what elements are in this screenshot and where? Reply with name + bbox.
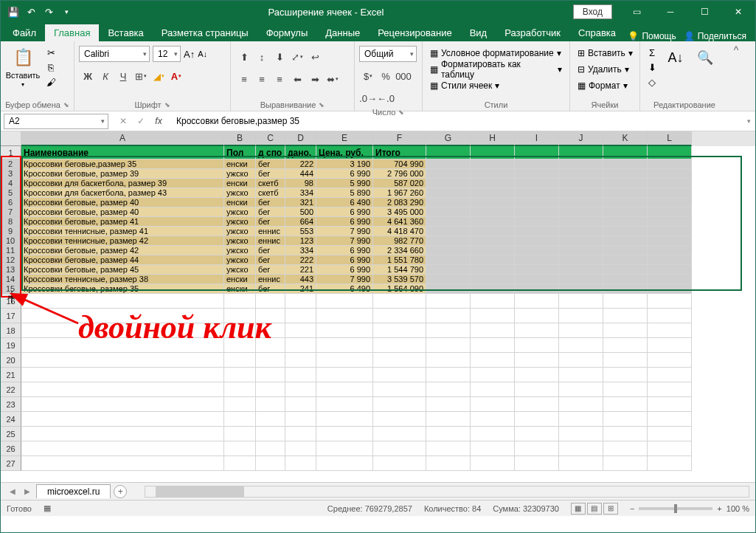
cell[interactable] (471, 441, 515, 456)
cell[interactable]: Наименование (21, 146, 224, 159)
page-break-view-icon[interactable]: ⊞ (603, 503, 618, 515)
cell[interactable]: ужско (224, 227, 256, 236)
cell[interactable] (603, 441, 648, 456)
cell[interactable] (373, 456, 426, 471)
cell[interactable] (559, 397, 603, 412)
cell[interactable] (316, 427, 373, 441)
column-header[interactable]: J (559, 131, 603, 146)
cell[interactable]: 6 990 (316, 169, 373, 179)
cell[interactable] (471, 323, 515, 338)
cell[interactable]: 241 (285, 284, 316, 294)
cell[interactable] (648, 198, 692, 207)
cell[interactable] (559, 146, 603, 159)
cell[interactable] (471, 159, 515, 169)
cell[interactable]: ужско (224, 207, 256, 217)
align-right-icon[interactable]: ≡ (271, 71, 288, 87)
cell[interactable] (515, 382, 559, 397)
cell[interactable] (471, 265, 515, 275)
indent-increase-icon[interactable]: ➡ (306, 71, 324, 87)
cell[interactable] (559, 368, 603, 382)
zoom-out-icon[interactable]: − (630, 504, 634, 513)
close-icon[interactable]: ✕ (721, 1, 755, 23)
cell[interactable]: скетб (256, 188, 285, 198)
cell[interactable] (603, 456, 648, 471)
cell[interactable] (471, 169, 515, 179)
cell[interactable]: 6 990 (316, 246, 373, 255)
increase-font-icon[interactable]: A↑ (184, 49, 195, 60)
cell[interactable]: енски (224, 159, 256, 169)
cell[interactable] (515, 207, 559, 217)
cell[interactable]: 3 190 (316, 159, 373, 169)
cell[interactable]: бег (256, 284, 285, 294)
cell[interactable] (316, 382, 373, 397)
cell[interactable] (285, 353, 316, 368)
cell[interactable] (256, 382, 285, 397)
cell[interactable] (426, 207, 471, 217)
cell[interactable] (515, 309, 559, 323)
cell[interactable]: 2 083 290 (373, 198, 426, 207)
cell[interactable] (515, 294, 559, 309)
cell[interactable] (559, 412, 603, 427)
currency-icon[interactable]: $ (359, 68, 377, 84)
cell[interactable]: 334 (285, 188, 316, 198)
cell[interactable]: 1 551 780 (373, 255, 426, 265)
cell[interactable] (426, 198, 471, 207)
cut-icon[interactable]: ✂ (44, 46, 58, 59)
cell[interactable] (426, 169, 471, 179)
name-box[interactable]: A2 (4, 114, 108, 129)
cell[interactable] (603, 188, 648, 198)
cell[interactable] (648, 456, 692, 471)
sheet-nav-prev-icon[interactable]: ◀ (7, 487, 18, 495)
redo-icon[interactable]: ↷ (41, 4, 57, 20)
cell[interactable] (426, 397, 471, 412)
cell[interactable] (471, 255, 515, 265)
cell[interactable] (426, 217, 471, 227)
cell[interactable] (648, 284, 692, 294)
cell[interactable] (21, 397, 224, 412)
cell[interactable] (21, 353, 224, 368)
cell[interactable] (426, 323, 471, 338)
tab-developer[interactable]: Разработчик (496, 24, 569, 41)
percent-icon[interactable]: % (377, 68, 395, 84)
cell[interactable] (285, 323, 316, 338)
cell[interactable] (648, 412, 692, 427)
cell[interactable]: Итого (373, 146, 426, 159)
row-header[interactable]: 6 (1, 198, 21, 207)
cell[interactable] (224, 441, 256, 456)
cell[interactable] (471, 427, 515, 441)
cell[interactable] (603, 246, 648, 255)
column-header[interactable]: G (426, 131, 471, 146)
cell[interactable] (426, 146, 471, 159)
cell[interactable]: еннис (256, 236, 285, 246)
cell[interactable]: 553 (285, 227, 316, 236)
cell[interactable] (603, 284, 648, 294)
cell[interactable] (515, 456, 559, 471)
cell[interactable]: 222 (285, 159, 316, 169)
row-header[interactable]: 24 (1, 412, 21, 427)
qat-dropdown-icon[interactable]: ▾ (58, 4, 74, 20)
cell[interactable] (373, 323, 426, 338)
bold-icon[interactable]: Ж (79, 68, 97, 84)
sort-filter-button[interactable]: A↓ (662, 46, 689, 89)
cell[interactable] (515, 236, 559, 246)
row-header[interactable]: 1 (1, 146, 21, 159)
conditional-formatting-button[interactable]: ▦Условное форматирование▾ (427, 46, 565, 61)
cell[interactable] (256, 456, 285, 471)
cell[interactable] (224, 368, 256, 382)
cell[interactable]: 704 990 (373, 159, 426, 169)
decrease-font-icon[interactable]: A↓ (198, 49, 207, 58)
cell[interactable] (373, 427, 426, 441)
row-header[interactable]: 13 (1, 265, 21, 275)
cell[interactable] (471, 353, 515, 368)
cell[interactable] (256, 294, 285, 309)
row-header[interactable]: 7 (1, 207, 21, 217)
cell[interactable]: ужско (224, 265, 256, 275)
cell[interactable]: 1 564 090 (373, 284, 426, 294)
cell[interactable] (426, 441, 471, 456)
cell[interactable] (515, 427, 559, 441)
cell[interactable] (515, 159, 559, 169)
cell[interactable] (515, 246, 559, 255)
cell[interactable]: Кроссовки беговые, размер 40 (21, 207, 224, 217)
cell[interactable] (285, 294, 316, 309)
cell[interactable]: енски (224, 198, 256, 207)
